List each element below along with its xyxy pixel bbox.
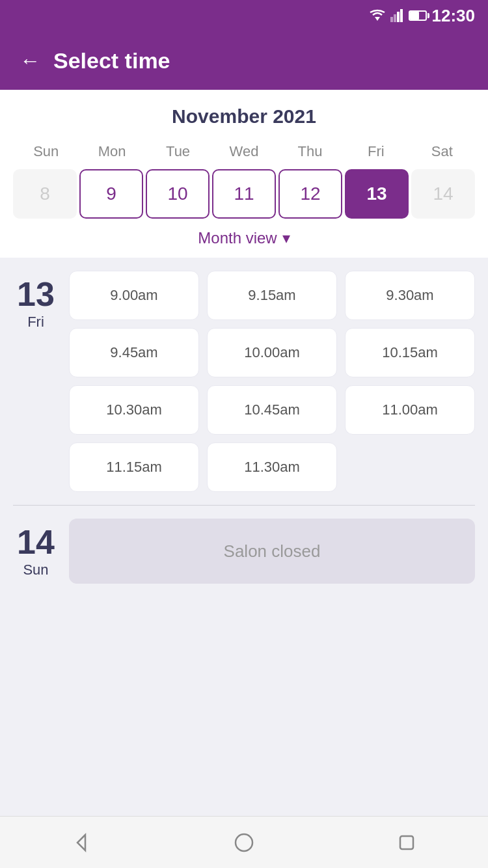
day-name-14: Sun: [23, 562, 48, 578]
cal-day-9[interactable]: 9: [79, 169, 143, 219]
svg-point-6: [236, 834, 252, 851]
day-label-14: 14 Sun: [13, 519, 59, 584]
status-time: 12:30: [432, 6, 476, 26]
salon-closed-slot: Salon closed: [69, 519, 475, 584]
status-icons: 12:30: [370, 6, 476, 26]
month-view-label: Month view: [198, 229, 277, 247]
status-bar: 12:30: [0, 0, 488, 31]
weekday-sun: Sun: [13, 141, 79, 163]
weekday-sat: Sat: [409, 141, 475, 163]
timeslots-area: 13 Fri 9.00am9.15am9.30am9.45am10.00am10…: [0, 258, 488, 675]
time-slot-1015[interactable]: 10.15am: [345, 328, 475, 377]
slots-grid-13: 9.00am9.15am9.30am9.45am10.00am10.15am10…: [69, 271, 475, 492]
time-slot-1115[interactable]: 11.15am: [69, 442, 199, 492]
time-slot-1100[interactable]: 11.00am: [345, 385, 475, 435]
time-slot-945[interactable]: 9.45am: [69, 328, 199, 377]
wifi-icon: [370, 9, 385, 22]
recent-nav-icon: [395, 831, 418, 854]
home-nav-icon: [232, 831, 256, 854]
weekday-tue: Tue: [145, 141, 211, 163]
weekday-wed: Wed: [211, 141, 277, 163]
time-slot-1045[interactable]: 10.45am: [207, 385, 337, 435]
svg-rect-7: [400, 836, 413, 849]
nav-back-button[interactable]: [70, 831, 93, 854]
header-title: Select time: [53, 48, 170, 74]
weekday-thu: Thu: [277, 141, 343, 163]
weekday-mon: Mon: [79, 141, 144, 163]
calendar-month: November 2021: [13, 105, 475, 128]
svg-rect-3: [397, 12, 400, 22]
day-section-14: 14 Sun Salon closed: [13, 519, 475, 584]
day-number-14: 14: [17, 525, 55, 559]
battery-icon: [409, 10, 427, 21]
day-number-13: 13: [17, 277, 55, 311]
time-slot-930[interactable]: 9.30am: [345, 271, 475, 320]
cal-day-11[interactable]: 11: [212, 169, 276, 219]
svg-rect-1: [390, 17, 393, 22]
calendar-weekdays: Sun Mon Tue Wed Thu Fri Sat: [13, 141, 475, 163]
bottom-nav: [0, 816, 488, 868]
section-divider: [13, 505, 475, 506]
calendar-section: November 2021 Sun Mon Tue Wed Thu Fri Sa…: [0, 90, 488, 258]
cal-day-13[interactable]: 13: [345, 169, 409, 219]
time-slot-1030[interactable]: 10.30am: [69, 385, 199, 435]
cal-day-14: 14: [411, 169, 475, 219]
svg-marker-5: [77, 835, 85, 850]
day-section-13: 13 Fri 9.00am9.15am9.30am9.45am10.00am10…: [13, 271, 475, 492]
weekday-fri: Fri: [343, 141, 409, 163]
nav-home-button[interactable]: [232, 831, 256, 854]
chevron-down-icon: ▾: [282, 229, 290, 247]
time-slot-1130[interactable]: 11.30am: [207, 442, 337, 492]
header: ← Select time: [0, 31, 488, 90]
time-slot-1000[interactable]: 10.00am: [207, 328, 337, 377]
month-view-toggle[interactable]: Month view ▾: [13, 229, 475, 247]
calendar-days: 891011121314: [13, 169, 475, 219]
svg-rect-4: [400, 9, 403, 22]
back-button[interactable]: ←: [20, 50, 40, 71]
time-slot-900[interactable]: 9.00am: [69, 271, 199, 320]
cal-day-10[interactable]: 10: [146, 169, 210, 219]
signal-icon: [390, 9, 403, 22]
cal-day-8: 8: [13, 169, 77, 219]
day-name-13: Fri: [27, 314, 44, 331]
day-label-13: 13 Fri: [13, 271, 59, 492]
svg-rect-2: [394, 14, 396, 22]
time-slot-915[interactable]: 9.15am: [207, 271, 337, 320]
cal-day-12[interactable]: 12: [278, 169, 342, 219]
back-nav-icon: [70, 831, 93, 854]
nav-recent-button[interactable]: [395, 831, 418, 854]
svg-marker-0: [375, 17, 380, 21]
